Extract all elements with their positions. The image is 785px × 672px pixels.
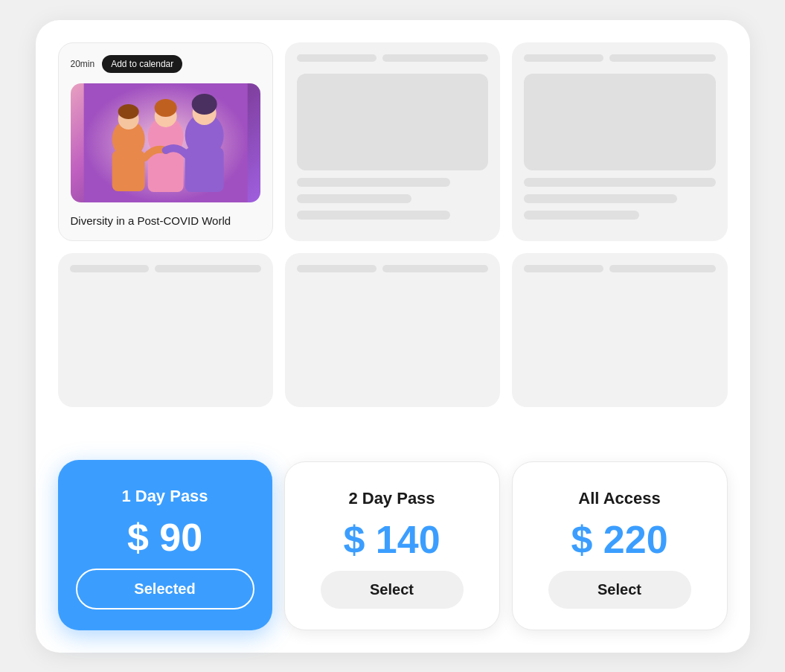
- skeleton-line: [297, 211, 450, 220]
- skeleton-line: [297, 265, 377, 272]
- pricing-title-1day: 1 Day Pass: [121, 487, 208, 506]
- event-card-3: [512, 42, 727, 241]
- pricing-price-1day: $ 90: [127, 518, 202, 557]
- skeleton-line: [524, 178, 715, 187]
- select-button-allaccess[interactable]: Select: [548, 571, 691, 609]
- svg-point-12: [191, 94, 217, 115]
- event-card-4: [58, 253, 273, 407]
- skeleton-top-4: [70, 265, 261, 272]
- skeleton-line: [382, 265, 488, 272]
- skeleton-line: [609, 265, 715, 272]
- skeleton-line: [524, 265, 603, 272]
- skeleton-line: [609, 54, 715, 62]
- pricing-overlay: 1 Day Pass $ 90 Selected 2 Day Pass $ 14…: [36, 460, 750, 653]
- skeleton-line: [524, 211, 638, 220]
- select-button-2day[interactable]: Select: [321, 571, 464, 609]
- event-title: Diversity in a Post-COVID World: [71, 213, 260, 228]
- skeleton-line: [70, 265, 150, 272]
- event-card-5: [285, 253, 500, 407]
- skeleton-block: [297, 74, 488, 170]
- skeleton-top-2: [297, 54, 488, 62]
- add-calendar-button[interactable]: Add to calendar: [102, 55, 182, 73]
- pricing-title-2day: 2 Day Pass: [348, 489, 435, 508]
- event-card-2: [285, 42, 500, 241]
- skeleton-line: [297, 178, 450, 187]
- skeleton-top-6: [524, 265, 715, 272]
- pricing-price-allaccess: $ 220: [571, 520, 667, 559]
- card-grid: 20min Add to calendar: [58, 42, 728, 407]
- selected-button-1day[interactable]: Selected: [76, 569, 254, 609]
- duration-label: 20min: [71, 59, 95, 69]
- pricing-price-2day: $ 140: [343, 520, 440, 559]
- svg-rect-3: [112, 150, 144, 191]
- main-container: 20min Add to calendar: [36, 20, 750, 653]
- skeleton-block: [524, 74, 715, 170]
- pricing-card-allaccess: All Access $ 220 Select: [512, 461, 728, 630]
- svg-rect-9: [185, 147, 223, 192]
- card-header: 20min Add to calendar: [71, 55, 260, 73]
- svg-point-11: [154, 99, 176, 117]
- skeleton-line: [524, 54, 603, 62]
- skeleton-line: [155, 265, 260, 272]
- skeleton-line: [297, 194, 411, 203]
- event-card-6: [512, 253, 727, 407]
- pricing-card-1day: 1 Day Pass $ 90 Selected: [58, 460, 272, 630]
- svg-point-10: [118, 104, 138, 119]
- pricing-card-2day: 2 Day Pass $ 140 Select: [284, 461, 500, 630]
- skeleton-line: [382, 54, 488, 62]
- skeleton-line: [297, 54, 377, 62]
- event-card-1: 20min Add to calendar: [58, 42, 273, 241]
- pricing-title-allaccess: All Access: [578, 489, 660, 508]
- skeleton-top-5: [297, 265, 488, 272]
- skeleton-line: [524, 194, 677, 203]
- event-image: [71, 83, 260, 202]
- skeleton-top-3: [524, 54, 715, 62]
